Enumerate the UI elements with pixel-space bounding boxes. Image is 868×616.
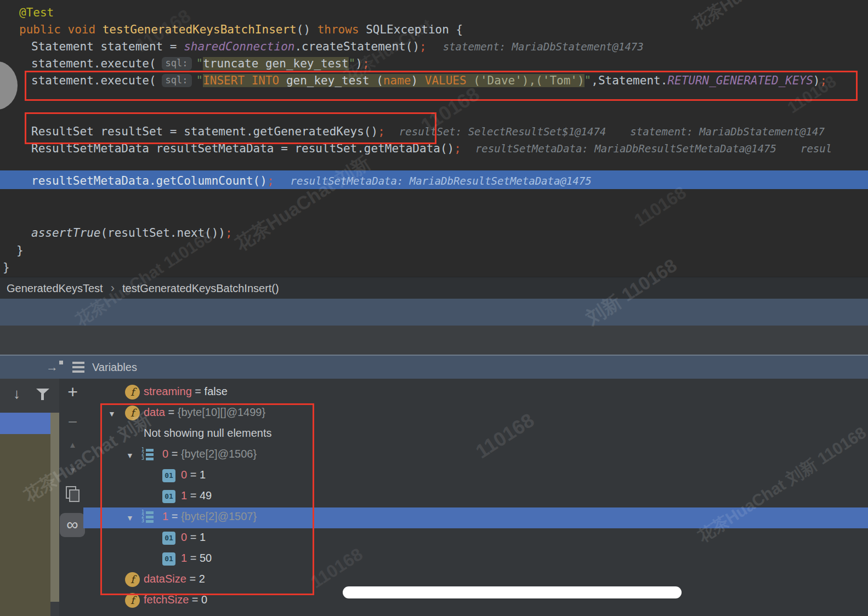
code-line: @Test (19, 4, 54, 21)
breadcrumb-method[interactable]: testGeneratedKeysBatchInsert() (122, 282, 279, 295)
code-line: statement.execute(sql:"truncate gen_key_… (31, 55, 370, 72)
parameter-hint-chip: sql: (162, 57, 192, 70)
show-execution-point-icon[interactable]: → (46, 360, 58, 374)
breadcrumb: GeneratedKeysTest › testGeneratedKeysBat… (0, 277, 868, 299)
annotation-box (25, 71, 858, 101)
home-indicator (343, 586, 682, 598)
code-line: resultSetMetaData.getColumnCount();resul… (31, 173, 592, 190)
debug-toolbar-band (0, 299, 868, 326)
field-icon: f (125, 385, 140, 400)
breadcrumb-chevron-icon: › (111, 281, 115, 295)
pointer-overlay-circle (0, 61, 18, 110)
variable-text: streaming = false (144, 385, 228, 398)
code-line: } (3, 259, 10, 276)
ide-debug-screen: @Testpublic void testGeneratedKeysBatchI… (0, 0, 868, 616)
debug-tabs-band (0, 326, 868, 355)
field-icon: f (125, 593, 140, 608)
code-line: Statement statement = sharedConnection.c… (31, 38, 644, 55)
menu-icon[interactable] (72, 366, 84, 368)
variables-panel-title: Variables (92, 361, 137, 374)
annotation-box (25, 112, 436, 144)
code-line: public void testGeneratedKeysBatchInsert… (19, 21, 463, 38)
variable-text: fetchSize = 0 (144, 594, 207, 606)
code-line: } (16, 242, 24, 259)
annotation-box (100, 403, 314, 595)
variable-row[interactable]: fstreaming = false (0, 384, 868, 403)
code-line: assertTrue(resultSet.next()); (31, 225, 232, 242)
breadcrumb-class[interactable]: GeneratedKeysTest (7, 282, 103, 295)
variables-panel-header: → Variables (0, 356, 868, 379)
